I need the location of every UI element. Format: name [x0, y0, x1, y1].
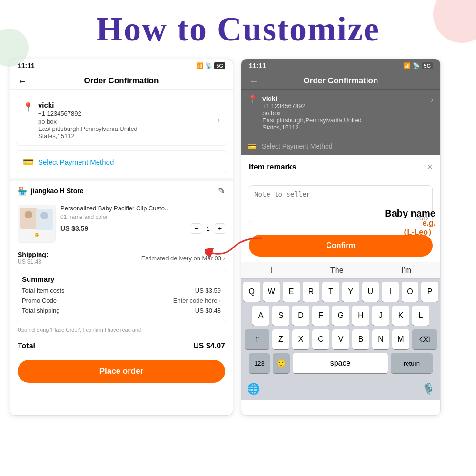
right-phone-screen: 11:11 📶 📡 5G ← Order Confirmation 📍 vick…	[241, 59, 441, 416]
address-info: 📍 vicki +1 1234567892 po box East pittsb…	[23, 101, 138, 139]
key-q[interactable]: Q	[243, 282, 260, 302]
suggestion-the[interactable]: The	[330, 266, 344, 275]
key-row-2: A S D F G H J K L	[243, 306, 438, 326]
key-h[interactable]: H	[352, 306, 369, 326]
key-s[interactable]: S	[272, 306, 289, 326]
key-t[interactable]: T	[322, 282, 339, 302]
key-r[interactable]: R	[303, 282, 320, 302]
key-l[interactable]: L	[412, 306, 429, 326]
disclaimer-text: Upon clicking 'Place Order', I confirm I…	[10, 323, 233, 337]
baby-name-eg: e.g.	[385, 219, 436, 228]
shipping-total-label: Total shipping	[22, 307, 60, 314]
key-e[interactable]: E	[283, 282, 300, 302]
globe-icon[interactable]: 🌐	[247, 383, 260, 395]
right-time: 11:11	[249, 62, 266, 69]
dimmed-payment-text: Select Payment Method	[262, 142, 333, 150]
left-status-bar: 11:11 📶 📡 5G	[10, 59, 233, 72]
key-y[interactable]: Y	[342, 282, 359, 302]
signal-icon: 📶	[196, 62, 203, 69]
payment-method-row[interactable]: 💳 Select Payment Method	[16, 150, 227, 173]
key-o[interactable]: O	[402, 282, 419, 302]
total-row: Total US $4.07	[10, 337, 233, 355]
key-n[interactable]: N	[372, 329, 389, 349]
key-i[interactable]: I	[382, 282, 399, 302]
left-nav-title: Order Confirmation	[84, 76, 159, 86]
store-info: 🏪 jiangkao H Store	[18, 187, 83, 196]
return-key[interactable]: return	[391, 353, 433, 373]
key-c[interactable]: C	[312, 329, 329, 349]
baby-name-title: Baby name	[385, 208, 436, 219]
place-order-button[interactable]: Place order	[18, 360, 225, 383]
suggestion-i[interactable]: I	[270, 266, 272, 275]
shipping-price: US $1.48	[18, 258, 49, 265]
key-k[interactable]: K	[392, 306, 409, 326]
key-u[interactable]: U	[362, 282, 379, 302]
dimmed-address-details: vicki +1 1234567892 po box East pittsbur…	[262, 95, 362, 131]
note-icon[interactable]: ✎	[218, 186, 225, 196]
right-wifi-icon: 📡	[413, 62, 420, 69]
key-d[interactable]: D	[292, 306, 309, 326]
quantity-control: − 1 +	[191, 223, 225, 234]
item-remarks-modal: Item remarks × 0/512 Baby name e.g. （L-L…	[241, 155, 440, 262]
svg-text:👶: 👶	[34, 232, 39, 237]
dimmed-address: 📍 vicki +1 1234567892 po box East pittsb…	[241, 90, 440, 138]
left-back-button[interactable]: ←	[18, 76, 27, 87]
space-key[interactable]: space	[293, 353, 388, 373]
promo-value: Enter code here ›	[173, 297, 221, 304]
confirm-button[interactable]: Confirm	[249, 235, 433, 257]
address-phone: +1 1234567892	[38, 110, 138, 117]
summary-promo[interactable]: Promo Code Enter code here ›	[22, 297, 221, 304]
delete-key[interactable]: ⌫	[412, 329, 437, 349]
summary-section: Summary Total item costs US $3.59 Promo …	[16, 269, 227, 323]
red-arrow-annotation	[205, 233, 267, 259]
key-f[interactable]: F	[312, 306, 329, 326]
keyboard-suggestions: I The I'm	[241, 262, 440, 279]
payment-icon: 💳	[23, 157, 33, 167]
dimmed-line1: po box	[262, 109, 362, 117]
emoji-key[interactable]: 🙂	[273, 353, 290, 373]
dimmed-line2: East pittsburgh,Pennsylvania,United	[262, 117, 362, 124]
qty-increase-button[interactable]: +	[215, 223, 225, 234]
left-phone-screen: 11:11 📶 📡 5G ← Order Confirmation 📍 vick…	[10, 59, 233, 416]
right-back-button[interactable]: ←	[249, 76, 258, 87]
baby-name-annotation: Baby name e.g. （L-Leo）	[385, 208, 436, 238]
num-key[interactable]: 123	[249, 353, 270, 373]
promo-chevron-icon: ›	[219, 298, 221, 304]
shipping-row: Shipping: US $1.48 Estimated delivery on…	[10, 247, 233, 269]
right-status-icons: 📶 📡 5G	[404, 62, 433, 69]
key-a[interactable]: A	[252, 306, 269, 326]
key-g[interactable]: G	[332, 306, 349, 326]
address-line1: po box	[38, 118, 138, 125]
payment-text: Select Payment Method	[38, 158, 114, 166]
key-row-1: Q W E R T Y U I O P	[243, 282, 438, 302]
qty-decrease-button[interactable]: −	[191, 223, 201, 234]
right-signal-icon: 📶	[404, 62, 411, 69]
shipping-label: Shipping:	[18, 251, 49, 258]
right-status-bar: 11:11 📶 📡 5G	[241, 59, 440, 72]
item-costs-value: US $3.59	[195, 287, 221, 294]
key-j[interactable]: J	[372, 306, 389, 326]
dimmed-phone: +1 1234567892	[262, 102, 362, 109]
key-b[interactable]: B	[352, 329, 369, 349]
key-v[interactable]: V	[332, 329, 349, 349]
microphone-icon[interactable]: 🎙️	[422, 383, 435, 395]
product-price-row: US $3.59 − 1 +	[60, 223, 225, 234]
qty-value: 1	[204, 225, 212, 232]
shift-key[interactable]: ⇧	[245, 329, 269, 349]
dimmed-payment: 💳 Select Payment Method	[241, 138, 440, 155]
key-z[interactable]: Z	[272, 329, 289, 349]
store-header: 🏪 jiangkao H Store ✎	[10, 178, 233, 201]
key-p[interactable]: P	[421, 282, 438, 302]
product-name: Personalized Baby Pacifier Clip Custo...	[60, 205, 225, 212]
product-price: US $3.59	[60, 225, 88, 232]
dimmed-location-icon: 📍	[248, 95, 258, 104]
baby-name-example: （L-Leo）	[385, 228, 436, 238]
modal-close-button[interactable]: ×	[427, 161, 433, 172]
right-nav-bar: ← Order Confirmation	[241, 72, 440, 90]
suggestion-im[interactable]: I'm	[401, 266, 411, 275]
key-x[interactable]: X	[292, 329, 309, 349]
key-w[interactable]: W	[263, 282, 280, 302]
address-card[interactable]: 📍 vicki +1 1234567892 po box East pittsb…	[16, 95, 227, 146]
key-m[interactable]: M	[392, 329, 409, 349]
dimmed-name: vicki	[262, 95, 362, 102]
